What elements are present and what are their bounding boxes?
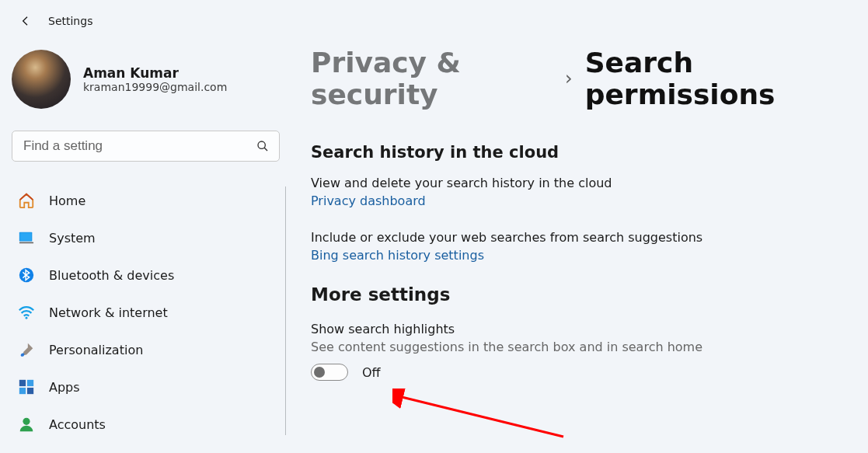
home-icon (18, 192, 35, 209)
search-icon (256, 140, 269, 152)
sidebar-item-label: Personalization (49, 343, 143, 357)
svg-rect-7 (19, 380, 26, 386)
sidebar-item-bluetooth[interactable]: Bluetooth & devices (12, 258, 280, 292)
show-search-highlights-title: Show search highlights (311, 322, 845, 336)
sidebar-item-label: Network & internet (49, 305, 168, 320)
sidebar-item-network[interactable]: Network & internet (12, 295, 280, 329)
cloud-history-text-2: Include or exclude your web searches fro… (311, 230, 845, 245)
profile-name: Aman Kumar (83, 65, 227, 81)
svg-rect-8 (27, 380, 33, 386)
cloud-history-text-1: View and delete your search history in t… (311, 176, 845, 190)
apps-icon (18, 378, 35, 396)
search-input[interactable] (12, 131, 280, 162)
search-highlights-toggle[interactable] (311, 364, 348, 381)
svg-rect-4 (19, 242, 33, 244)
sidebar-item-label: Home (49, 193, 85, 208)
svg-rect-10 (27, 388, 33, 394)
wifi-icon (18, 304, 35, 321)
search-field-wrap (12, 131, 280, 162)
section-heading-more-settings: More settings (311, 284, 845, 305)
sidebar-item-label: Apps (49, 380, 80, 395)
svg-point-6 (26, 317, 28, 319)
annotation-arrow (392, 389, 571, 443)
bluetooth-icon (18, 267, 35, 284)
svg-point-11 (23, 418, 30, 425)
profile-email: kraman19999@gmail.com (83, 81, 227, 93)
sidebar-item-label: System (49, 231, 96, 246)
sidebar-item-accounts[interactable]: Accounts (12, 407, 280, 441)
sidebar-item-home[interactable]: Home (12, 183, 280, 218)
sidebar-nav: Home System Bluetooth & devices Network … (12, 183, 280, 441)
privacy-dashboard-link[interactable]: Privacy dashboard (311, 193, 426, 208)
nav-separator (285, 186, 286, 435)
section-heading-cloud-history: Search history in the cloud (311, 143, 845, 162)
svg-point-0 (258, 141, 265, 148)
sidebar-item-personalization[interactable]: Personalization (12, 333, 280, 367)
breadcrumb-parent[interactable]: Privacy & security (311, 47, 553, 110)
toggle-state-label: Off (362, 365, 381, 380)
person-icon (18, 416, 35, 433)
back-button[interactable] (14, 9, 37, 33)
sidebar-item-apps[interactable]: Apps (12, 370, 280, 404)
sidebar-item-label: Accounts (49, 417, 106, 432)
system-icon (18, 229, 35, 246)
chevron-right-icon: › (565, 68, 573, 89)
svg-line-12 (399, 396, 563, 437)
profile-block[interactable]: Aman Kumar kraman19999@gmail.com (12, 50, 280, 109)
breadcrumb: Privacy & security › Search permissions (311, 47, 845, 110)
brush-icon (18, 341, 35, 358)
avatar[interactable] (12, 50, 71, 109)
show-search-highlights-desc: See content suggestions in the search bo… (311, 340, 845, 354)
bing-search-history-link[interactable]: Bing search history settings (311, 248, 484, 263)
breadcrumb-current: Search permissions (585, 47, 845, 110)
svg-rect-9 (19, 388, 26, 394)
app-title: Settings (48, 15, 92, 27)
sidebar-item-label: Bluetooth & devices (49, 268, 174, 283)
sidebar-item-system[interactable]: System (12, 221, 280, 255)
svg-rect-3 (20, 233, 32, 241)
svg-line-1 (264, 148, 267, 151)
